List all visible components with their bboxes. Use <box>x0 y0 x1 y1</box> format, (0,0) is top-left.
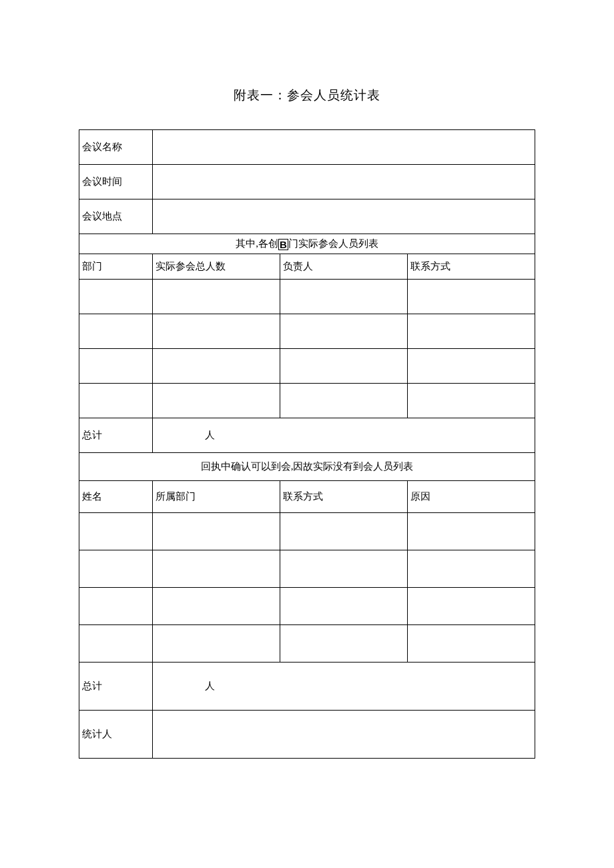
statistician-value <box>153 711 535 759</box>
section1-cell <box>280 384 408 418</box>
section2-cell <box>153 625 280 663</box>
section2-cell <box>280 588 408 625</box>
section2-columns: 姓名 所属部门 联系方式 原因 <box>79 481 535 513</box>
meeting-place-label: 会议地点 <box>79 199 153 234</box>
section1-cell <box>408 314 535 349</box>
meeting-place-value <box>153 199 535 234</box>
section1-header: 其中,各创B门实际参会人员列表 <box>79 234 535 254</box>
section1-header-prefix: 其中,各创 <box>236 238 278 249</box>
section1-header-b: B <box>278 239 288 250</box>
section1-col-count: 实际参会总人数 <box>153 254 280 280</box>
section1-cell <box>79 314 153 349</box>
section2-cell <box>280 550 408 588</box>
section1-cell <box>153 384 280 418</box>
section2-cell <box>280 625 408 663</box>
section2-col-reason: 原因 <box>408 481 535 513</box>
meeting-time-row: 会议时间 <box>79 165 535 199</box>
meeting-name-row: 会议名称 <box>79 130 535 165</box>
section1-row <box>79 384 535 418</box>
section2-cell <box>408 550 535 588</box>
section2-cell <box>153 588 280 625</box>
statistician-row: 统计人 <box>79 711 535 759</box>
section2-cell <box>153 550 280 588</box>
section2-cell <box>79 588 153 625</box>
section1-cell <box>280 280 408 314</box>
section2-cell <box>79 550 153 588</box>
section2-cell <box>280 513 408 550</box>
section2-total-unit: 人 <box>205 681 215 691</box>
section1-cell <box>153 314 280 349</box>
section2-col-contact: 联系方式 <box>280 481 408 513</box>
attendance-table: 会议名称 会议时间 会议地点 其中,各创B门实际参会人员列表 部门 实际参会总人… <box>79 129 535 759</box>
section1-row <box>79 349 535 384</box>
meeting-place-row: 会议地点 <box>79 199 535 234</box>
section1-columns: 部门 实际参会总人数 负责人 联系方式 <box>79 254 535 280</box>
section1-cell <box>408 280 535 314</box>
section2-cell <box>79 625 153 663</box>
section1-row <box>79 314 535 349</box>
section1-col-dept: 部门 <box>79 254 153 280</box>
section1-total-unit: 人 <box>205 430 215 440</box>
section1-header-suffix: 门实际参会人员列表 <box>288 238 378 249</box>
section1-cell <box>79 280 153 314</box>
section1-col-leader: 负责人 <box>280 254 408 280</box>
section2-header-row: 回执中确认可以到会,因故实际没有到会人员列表 <box>79 453 535 481</box>
section2-cell <box>408 513 535 550</box>
section2-row <box>79 588 535 625</box>
section1-cell <box>280 349 408 384</box>
section2-cell <box>79 513 153 550</box>
section1-cell <box>79 349 153 384</box>
section2-col-name: 姓名 <box>79 481 153 513</box>
section1-cell <box>153 280 280 314</box>
section2-header: 回执中确认可以到会,因故实际没有到会人员列表 <box>79 453 535 481</box>
section2-total-row: 总计 人 <box>79 663 535 711</box>
meeting-name-label: 会议名称 <box>79 130 153 165</box>
section2-col-dept: 所属部门 <box>153 481 280 513</box>
section2-row <box>79 513 535 550</box>
section1-total-cell: 人 <box>153 418 535 453</box>
statistician-label: 统计人 <box>79 711 153 759</box>
section1-cell <box>79 384 153 418</box>
section1-row <box>79 280 535 314</box>
section2-row <box>79 550 535 588</box>
section2-cell <box>408 625 535 663</box>
meeting-time-label: 会议时间 <box>79 165 153 199</box>
section2-total-label: 总计 <box>79 663 153 711</box>
section1-cell <box>153 349 280 384</box>
section1-cell <box>408 349 535 384</box>
section1-cell <box>408 384 535 418</box>
section2-total-cell: 人 <box>153 663 535 711</box>
section1-col-contact: 联系方式 <box>408 254 535 280</box>
section2-row <box>79 625 535 663</box>
section1-total-label: 总计 <box>79 418 153 453</box>
document-title: 附表一：参会人员统计表 <box>79 87 535 104</box>
section1-header-row: 其中,各创B门实际参会人员列表 <box>79 234 535 254</box>
meeting-name-value <box>153 130 535 165</box>
section2-cell <box>408 588 535 625</box>
section2-cell <box>153 513 280 550</box>
section1-total-row: 总计 人 <box>79 418 535 453</box>
section1-cell <box>280 314 408 349</box>
meeting-time-value <box>153 165 535 199</box>
